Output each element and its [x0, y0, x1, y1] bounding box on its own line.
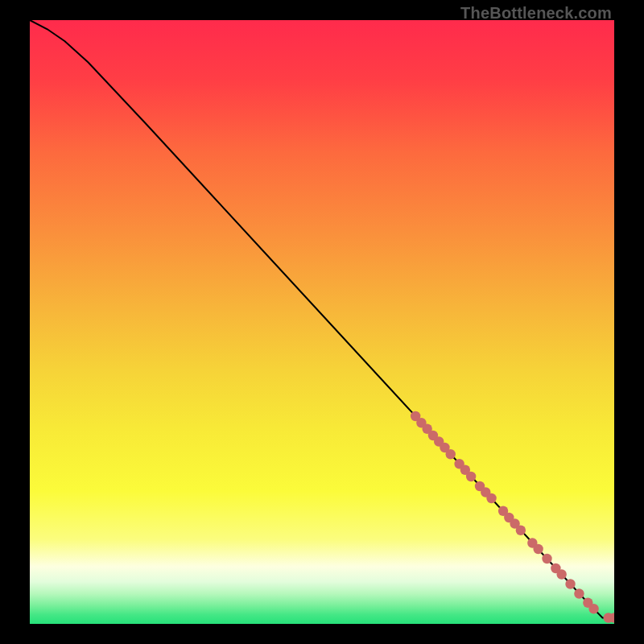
- data-point: [574, 588, 584, 598]
- data-point: [556, 569, 566, 579]
- data-point: [466, 472, 476, 481]
- chart-svg: [30, 20, 614, 624]
- data-point: [542, 554, 551, 564]
- data-point: [533, 544, 543, 554]
- data-point: [588, 604, 598, 613]
- plot-area: [30, 20, 614, 624]
- data-points-group: [411, 411, 614, 623]
- data-point: [486, 493, 496, 503]
- bottleneck-curve: [30, 20, 614, 618]
- chart-stage: TheBottleneck.com: [0, 0, 644, 644]
- data-point: [446, 449, 456, 459]
- data-point: [565, 579, 575, 588]
- data-point: [516, 526, 526, 535]
